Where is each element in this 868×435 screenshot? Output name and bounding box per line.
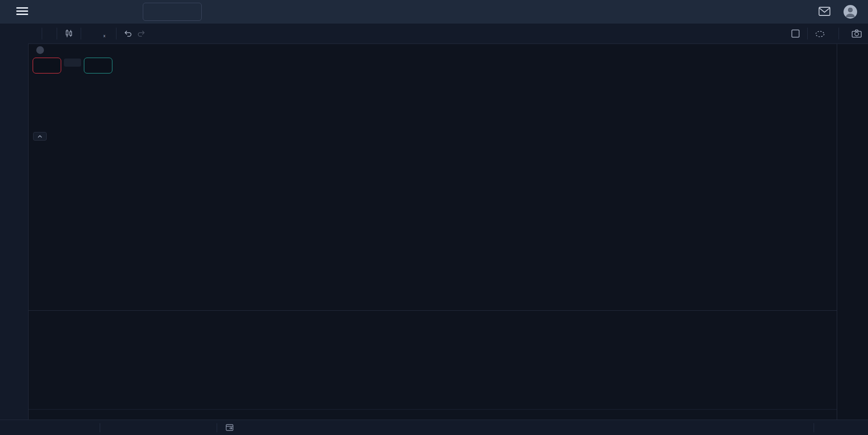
candles-icon <box>64 29 73 38</box>
price-chart-canvas[interactable] <box>0 0 868 435</box>
app-logo <box>40 4 41 18</box>
undo-button[interactable] <box>121 30 135 37</box>
collapse-legend-button[interactable] <box>33 132 47 141</box>
layout-button[interactable] <box>788 29 803 38</box>
drawing-toolbar <box>0 24 29 420</box>
snapshot-button[interactable] <box>849 29 864 38</box>
go-to-date-button[interactable] <box>226 424 234 433</box>
top-bar <box>0 0 868 24</box>
undo-icon <box>124 30 132 37</box>
pane-divider[interactable] <box>28 310 837 311</box>
minus-circle-icon[interactable] <box>36 46 44 54</box>
chart-legend <box>33 46 51 54</box>
redo-button[interactable] <box>135 30 148 37</box>
sell-button[interactable] <box>33 58 61 73</box>
buy-button[interactable] <box>84 58 112 73</box>
chart-toolbar: x <box>28 24 868 44</box>
redo-icon <box>137 30 145 37</box>
menu-icon[interactable] <box>16 7 28 15</box>
new-order-button[interactable] <box>143 3 202 21</box>
layout-icon <box>791 29 800 38</box>
bottom-bar <box>0 420 868 435</box>
spread-block <box>63 58 82 67</box>
price-axis[interactable] <box>837 44 868 420</box>
cloud-icon <box>815 30 825 37</box>
mail-icon[interactable] <box>819 6 830 18</box>
spread-value <box>64 59 81 67</box>
calendar-icon <box>226 424 234 431</box>
camera-icon <box>852 29 862 38</box>
chart-style-button[interactable] <box>62 29 76 38</box>
time-axis[interactable] <box>28 409 837 420</box>
indicators-button[interactable]: x <box>101 29 112 38</box>
save-button[interactable] <box>812 30 834 37</box>
activtrader-app: x <box>0 0 868 435</box>
chevron-up-icon <box>38 135 42 138</box>
order-panel <box>33 58 112 73</box>
avatar[interactable] <box>843 5 858 21</box>
function-icon: x <box>103 29 106 38</box>
